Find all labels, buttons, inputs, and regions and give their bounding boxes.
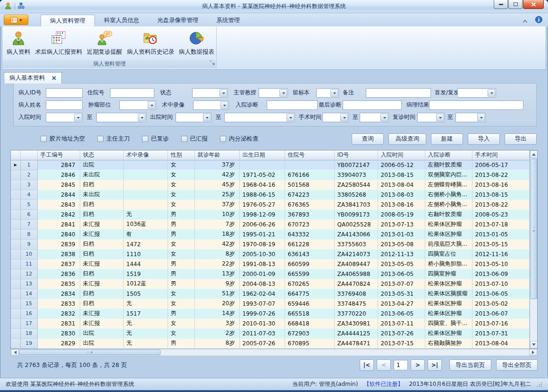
grid-cell[interactable]: 660599 [285,259,334,269]
grid-cell[interactable]: 无 [123,209,168,219]
info-button[interactable] [535,16,542,25]
column-header[interactable]: 住院号 [285,150,334,160]
grid-cell[interactable]: YB0072147 [334,160,378,170]
ribbon-tab-patient-management[interactable]: 病人资料管理 [41,15,95,26]
grid-cell[interactable]: 松果体区肿瘤 [425,309,472,318]
grid-cell[interactable]: 1971-05-02 [239,170,285,180]
row-number-cell[interactable]: 5 [20,200,37,209]
horizontal-scrollbar[interactable] [10,349,538,356]
grid-cell[interactable]: 前颅底巨大脑... [425,239,472,249]
table-row[interactable]: 82840未汇报有男18岁1995-01-21643332ZA414306620… [11,229,529,239]
grid-cell[interactable]: ZA4065988 [334,269,378,279]
grid-cell[interactable] [123,190,168,200]
grid-cell[interactable]: 2842 [37,209,80,219]
row-number-cell[interactable]: 12 [20,269,37,279]
grid-cell[interactable]: 45岁 [194,180,239,190]
row-selector-cell[interactable] [11,289,20,299]
grid-cell[interactable]: 2006-05-17 [472,160,529,170]
grid-cell[interactable]: 未汇报 [80,279,123,289]
grid-cell[interactable]: 未出院 [80,170,123,180]
grid-cell[interactable]: 2836 [37,269,80,279]
grid-cell[interactable]: 松果体区肿瘤 [425,328,472,338]
ribbon-tab-system[interactable]: 系统管理 [208,15,249,26]
grid-cell[interactable]: 2846 [37,170,80,180]
grid-cell[interactable]: 未汇报 [80,318,123,328]
grid-cell[interactable]: ZA4214073 [334,249,378,259]
table-row[interactable]: 42844未出院女25岁1988-06-15674223338052682013… [11,190,529,200]
software-registered-link[interactable]: 【软件已注册】 [363,380,403,388]
grid-cell[interactable]: 2005-07-26 [239,338,285,348]
grid-cell[interactable]: 2006-05-12 [378,160,425,170]
grid-cell[interactable]: 左侧桥小脑角... [425,200,472,209]
grid-cell[interactable]: 归档 [80,269,123,279]
grid-cell[interactable]: 14岁 [194,309,239,318]
last-page-button[interactable]: >| [428,359,442,371]
grid-cell[interactable]: 668418 [285,318,334,328]
table-row[interactable]: 32845归档女45岁1968-04-16501568ZA25805442013… [11,180,529,190]
grid-cell[interactable]: 1993-07-07 [239,299,285,309]
row-selector-cell[interactable] [11,269,20,279]
grid-cell[interactable]: 男 [168,338,194,348]
grid-cell[interactable]: 1991-08-13 [239,259,285,269]
admission-no-input[interactable] [110,88,154,98]
grid-cell[interactable]: 2012-11-16 [472,249,529,259]
grid-cell[interactable]: 未汇报 [80,229,123,239]
grid-cell[interactable]: 2004-08-13 [239,279,285,289]
checkbox-film-address-empty[interactable]: 胶片地址为空 [41,135,85,143]
grid-cell[interactable]: 无 [123,299,168,309]
grid-cell[interactable]: 男 [168,309,194,318]
grid-cell[interactable]: 2013-07-15 [378,338,425,348]
export-current-page-button[interactable]: 导出当前页 [449,359,491,371]
grid-cell[interactable]: 2013-08-22 [472,170,529,180]
grid-cell[interactable]: 2013-08-22 [472,200,529,209]
row-selector-cell[interactable] [11,318,20,328]
admission-time-to-combo[interactable] [96,113,146,122]
grid-cell[interactable]: 女 [168,299,194,309]
column-header[interactable]: 性别 [168,150,194,160]
admission-diagnosis-input[interactable] [267,100,318,110]
grid-cell[interactable]: 女 [168,249,194,259]
revisit-reminder-button[interactable]: 近期复诊提醒 [84,28,125,57]
grid-cell[interactable]: 男 [168,269,194,279]
grid-cell[interactable]: ZA3430981 [334,318,378,328]
checkbox-revisited[interactable]: 已复诊 [142,135,169,143]
grid-cell[interactable] [285,160,334,170]
grid-cell[interactable]: 7岁 [194,219,239,229]
grid-cell[interactable]: 672903 [285,328,334,338]
row-number-cell[interactable]: 4 [20,190,37,200]
grid-cell[interactable]: 男 [168,279,194,289]
grid-cell[interactable]: 女 [168,200,194,209]
remark-input[interactable] [366,88,431,98]
grid-cell[interactable]: 670265 [285,279,334,289]
grid-cell[interactable]: 右额颞脑脓肿 [425,338,472,348]
grid-cell[interactable]: 2013-08-04 [472,338,529,348]
export-button[interactable]: 导出 [505,133,537,145]
grid-cell[interactable]: 665518 [285,309,334,318]
grid-cell[interactable]: 2013-06-05 [378,309,425,318]
tab-close-icon[interactable] [52,76,56,80]
grid-cell[interactable]: 四脑室、脑干... [425,318,472,328]
table-row[interactable]: 62842归档无男10岁1998-12-09367893YB0099173200… [11,209,529,219]
grid-cell[interactable]: QA0025528 [334,219,378,229]
grid-cell[interactable]: 2831 [37,318,80,328]
grid-cell[interactable]: 2013-01-05 [472,229,529,239]
table-row[interactable]: 162832未汇报1517男14岁1999-07-266655183377022… [11,309,529,318]
grid-cell[interactable]: 女 [168,170,194,180]
grid-cell[interactable]: 2013-06-07 [472,309,529,318]
grid-cell[interactable]: 出院 [80,338,123,348]
grid-cell[interactable]: 1962-02-04 [239,289,285,299]
grid-cell[interactable]: 18岁 [194,229,239,239]
grid-cell[interactable]: ZA2580544 [334,180,378,190]
revisit-time-to-combo[interactable] [455,113,486,122]
row-selector-cell[interactable] [11,299,20,309]
grid-cell[interactable]: ZA3841703 [334,200,378,209]
advanced-query-button[interactable]: 高级查询 [388,133,426,145]
row-number-cell[interactable]: 17 [20,318,37,328]
ribbon-tab-media-management[interactable]: 光盘录像带管理 [148,15,208,26]
grid-cell[interactable]: 男 [168,209,194,219]
grid-cell[interactable]: 501568 [285,180,334,190]
table-row[interactable]: 72841未汇报1036蓝男7岁2006-06-26670723QA002552… [11,219,529,229]
grid-cell[interactable]: 20岁 [194,299,239,309]
column-header[interactable]: 入院时间 [378,150,425,160]
grid-cell[interactable]: 643332 [285,229,334,239]
